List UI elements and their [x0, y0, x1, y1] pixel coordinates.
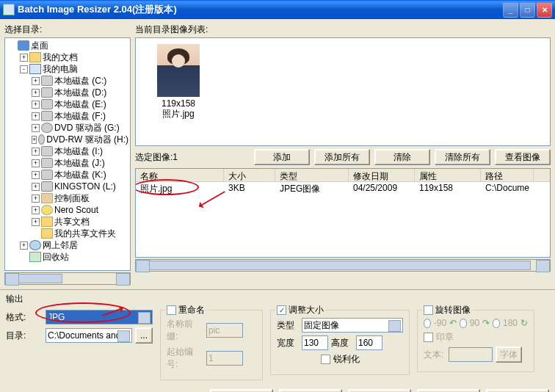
drive-icon [41, 111, 53, 121]
tree-node[interactable]: +KINGSTON (L:) [7, 181, 128, 192]
tree-node[interactable]: +控制面板 [7, 192, 128, 204]
tree-toggle-icon[interactable]: + [32, 171, 40, 179]
start-button[interactable]: 开始(S) [279, 389, 342, 392]
add-button[interactable]: 添加 [254, 149, 310, 165]
col-attr[interactable]: 属性 [415, 169, 481, 181]
width-label: 宽度 [277, 337, 299, 349]
drive-icon [41, 170, 53, 180]
tree-node-label: 控制面板 [54, 192, 90, 204]
tree-node-label: 本地磁盘 (E:) [54, 98, 106, 110]
tree-toggle-icon[interactable]: + [32, 195, 40, 203]
preview-button[interactable]: 预览(P) [210, 389, 273, 392]
rot-180-radio [493, 319, 500, 328]
net-icon [29, 240, 41, 250]
cell-attr: 119x158 [415, 182, 481, 194]
col-date[interactable]: 修改日期 [349, 169, 415, 181]
tree-node[interactable]: +本地磁盘 (J:) [7, 157, 128, 169]
tree-node[interactable]: +DVD 驱动器 (G:) [7, 122, 128, 134]
tree-node[interactable]: 我的共享文件夹 [7, 228, 128, 239]
tree-node[interactable]: +网上邻居 [7, 239, 128, 251]
resize-type-select[interactable]: 固定图像 [302, 318, 403, 333]
startno-label: 起始编号: [167, 346, 203, 371]
col-name[interactable]: 名称 [136, 169, 224, 181]
tree-node-label: 回收站 [43, 251, 69, 263]
tree-toggle-icon[interactable]: + [32, 77, 40, 85]
thumbnail-panel: 119x158 照片.jpg [135, 37, 551, 146]
tree-node[interactable]: +Nero Scout [7, 204, 128, 216]
tree-node[interactable]: +共享文档 [7, 216, 128, 228]
tree-node-label: DVD-RW 驱动器 (H:) [46, 134, 128, 145]
minimize-button[interactable]: _ [503, 2, 518, 18]
tree-toggle-icon[interactable]: + [32, 159, 40, 167]
tree-node[interactable]: +本地磁盘 (F:) [7, 110, 128, 122]
tree-node[interactable]: 回收站 [7, 251, 128, 263]
tree-node[interactable]: +本地磁盘 (E:) [7, 98, 128, 110]
resize-title: 调整大小 [289, 304, 324, 316]
tree-toggle-icon[interactable]: + [20, 54, 28, 62]
tree-node[interactable]: +我的文档 [7, 51, 128, 63]
tree-toggle-icon[interactable]: - [20, 65, 28, 73]
tree-toggle-icon[interactable]: + [32, 206, 40, 214]
clear-button[interactable]: 清除 [374, 149, 430, 165]
format-select[interactable]: JPG [46, 310, 153, 324]
thumbnail-item[interactable]: 119x158 照片.jpg [142, 44, 215, 119]
rename-title: 重命名 [178, 304, 205, 316]
tree-toggle-icon[interactable]: + [32, 101, 40, 109]
cell-name: 照片.jpg [136, 182, 224, 194]
cell-date: 04/25/2009 [349, 182, 415, 194]
col-size[interactable]: 大小 [224, 169, 275, 181]
resize-checkbox[interactable]: ✓ [277, 305, 286, 315]
rename-checkbox[interactable] [167, 305, 176, 315]
drive-icon [41, 99, 53, 109]
tree-toggle-icon[interactable]: + [32, 124, 40, 132]
clear-all-button[interactable]: 清除所有 [435, 149, 490, 165]
directory-tree[interactable]: 桌面+我的文档-我的电脑+本地磁盘 (C:)+本地磁盘 (D:)+本地磁盘 (E… [4, 37, 131, 271]
maximize-button[interactable]: □ [520, 2, 535, 18]
prefix-label: 名称前缀: [167, 318, 203, 343]
tree-toggle-icon[interactable]: + [32, 89, 40, 97]
tree-node[interactable]: +本地磁盘 (K:) [7, 169, 128, 181]
tree-node[interactable]: -我的电脑 [7, 63, 128, 75]
window-title: Batch Image Resizer 2.04(注册版本) [18, 3, 503, 16]
width-input[interactable] [302, 335, 328, 350]
view-image-button[interactable]: 查看图像 [495, 149, 551, 165]
about-button[interactable]: 关于(A) [417, 389, 480, 392]
startno-input [206, 351, 243, 366]
tree-node-label: Nero Scout [54, 204, 98, 216]
stamp-text-label: 文本: [424, 349, 446, 361]
rot-p90-radio [460, 319, 467, 328]
rotate-checkbox[interactable] [424, 305, 433, 315]
selected-count: 选定图像:1 [135, 151, 250, 164]
tree-node[interactable]: +本地磁盘 (C:) [7, 75, 128, 87]
cell-path: C:\Docume [481, 182, 534, 194]
tree-node-label: 本地磁盘 (J:) [54, 157, 105, 169]
tree-toggle-icon[interactable]: + [32, 112, 40, 120]
dir-select[interactable]: C:\Documents and S [46, 328, 132, 343]
tree-node[interactable]: +DVD-RW 驱动器 (H:) [7, 134, 128, 145]
add-all-button[interactable]: 添加所有 [314, 149, 370, 165]
list-row[interactable]: 照片.jpg 3KB JPEG图像 04/25/2009 119x158 C:\… [136, 182, 550, 194]
tree-toggle-icon[interactable]: + [20, 242, 28, 250]
tree-toggle-icon[interactable]: + [32, 183, 40, 191]
file-list[interactable]: 名称 大小 类型 修改日期 属性 路径 照片.jpg 3KB JPEG图像 04… [135, 168, 551, 258]
tree-hscroll[interactable] [4, 272, 131, 285]
thumb-list-label: 当前目录图像列表: [135, 23, 551, 36]
tree-node[interactable]: 桌面 [7, 40, 128, 51]
tree-node[interactable]: +本地磁盘 (D:) [7, 87, 128, 98]
tree-node[interactable]: +本地磁盘 (I:) [7, 145, 128, 157]
mycomp-icon [29, 64, 41, 74]
tree-toggle-icon[interactable]: + [32, 218, 40, 226]
browse-button[interactable]: ... [135, 327, 153, 344]
tree-node-label: 本地磁盘 (K:) [54, 169, 106, 181]
col-path[interactable]: 路径 [481, 169, 534, 181]
tree-toggle-icon[interactable]: + [32, 148, 40, 156]
view-result-button[interactable]: 查看结果(V) [348, 389, 411, 392]
sharpen-checkbox[interactable] [321, 355, 330, 364]
dir-label: 目录: [6, 330, 43, 342]
tree-toggle-icon[interactable]: + [32, 136, 37, 144]
close-button[interactable]: ✕ [537, 2, 552, 18]
list-hscroll[interactable] [135, 259, 551, 272]
col-type[interactable]: 类型 [275, 169, 349, 181]
exit-button[interactable]: 退出(Q) [486, 389, 549, 392]
height-input[interactable] [356, 335, 382, 350]
